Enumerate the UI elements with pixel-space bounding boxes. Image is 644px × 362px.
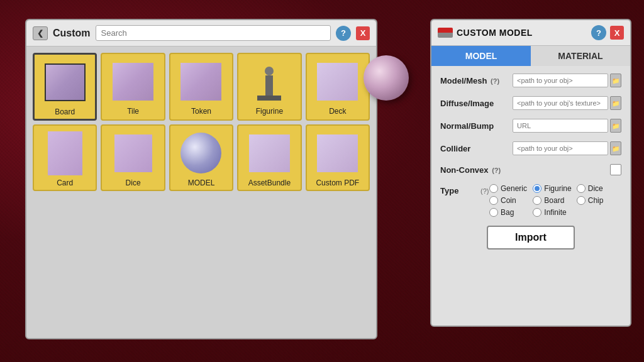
radio-board[interactable] bbox=[533, 196, 541, 205]
custom-panel-header: ❮ Custom ? X bbox=[26, 20, 376, 47]
model-mesh-browse-button[interactable]: 📁 bbox=[610, 74, 621, 87]
type-option-infinite[interactable]: Infinite bbox=[533, 208, 571, 217]
grid-item-figurine[interactable]: Figurine bbox=[237, 53, 301, 121]
model-label: MODEL bbox=[188, 178, 215, 187]
grid-item-deck[interactable]: Deck bbox=[306, 53, 370, 121]
type-option-dice[interactable]: Dice bbox=[577, 184, 615, 193]
type-option-board[interactable]: Board bbox=[533, 196, 571, 205]
custom-panel-close-button[interactable]: X bbox=[356, 26, 370, 40]
radio-infinite[interactable] bbox=[533, 208, 541, 217]
model-preview-sphere bbox=[364, 55, 409, 101]
assetbundle-shape bbox=[249, 134, 290, 172]
token-preview bbox=[174, 58, 228, 105]
diffuse-image-row: Diffuse/Image 📁 bbox=[440, 96, 621, 110]
dice-shape bbox=[114, 134, 152, 172]
model-panel-header: CUSTOM MODEL ? X bbox=[431, 20, 630, 46]
model-preview bbox=[174, 129, 228, 177]
custompdf-label: Custom PDF bbox=[316, 178, 359, 187]
import-button[interactable]: Import bbox=[487, 226, 575, 250]
custompdf-shape bbox=[317, 134, 358, 172]
grid-item-assetbundle[interactable]: AssetBundle bbox=[237, 124, 301, 191]
model-mesh-help: (?) bbox=[491, 77, 499, 85]
radio-bag[interactable] bbox=[489, 208, 498, 217]
diffuse-image-input[interactable] bbox=[513, 96, 608, 110]
model-mesh-row: Model/Mesh (?) 📁 bbox=[440, 74, 621, 87]
token-shape bbox=[180, 63, 221, 101]
type-option-chip[interactable]: Chip bbox=[577, 196, 615, 205]
back-button[interactable]: ❮ bbox=[33, 26, 48, 40]
assetbundle-label: AssetBundle bbox=[248, 178, 291, 187]
card-shape bbox=[48, 131, 82, 175]
type-option-bag[interactable]: Bag bbox=[489, 208, 528, 217]
radio-chip[interactable] bbox=[577, 196, 586, 205]
type-option-bag-label: Bag bbox=[501, 208, 514, 217]
deck-preview bbox=[311, 58, 364, 105]
radio-dice[interactable] bbox=[577, 184, 586, 193]
panel-title: Custom bbox=[53, 28, 91, 39]
board-shape bbox=[45, 63, 86, 101]
normal-bump-input[interactable] bbox=[513, 119, 608, 133]
card-preview bbox=[38, 129, 92, 177]
tab-model[interactable]: MODEL bbox=[431, 46, 531, 66]
figurine-shape-container bbox=[249, 63, 290, 101]
collider-input[interactable] bbox=[513, 141, 608, 155]
collider-row: Collider 📁 bbox=[440, 141, 621, 155]
model-panel-help-button[interactable]: ? bbox=[591, 25, 606, 40]
radio-generic[interactable] bbox=[489, 184, 498, 193]
token-label: Token bbox=[191, 107, 211, 116]
grid-item-custompdf[interactable]: Custom PDF bbox=[306, 124, 370, 191]
non-convex-label: Non-Convex (?) bbox=[440, 165, 610, 175]
custom-panel: ❮ Custom ? X Board Tile Token bbox=[25, 19, 377, 339]
diffuse-image-label: Diffuse/Image bbox=[440, 99, 513, 108]
model-body: Model/Mesh (?) 📁 Diffuse/Image 📁 Normal/… bbox=[431, 66, 630, 257]
grid-item-dice[interactable]: Dice bbox=[101, 124, 165, 191]
tile-shape bbox=[113, 63, 153, 101]
type-option-coin-label: Coin bbox=[501, 196, 516, 205]
normal-bump-row: Normal/Bump 📁 bbox=[440, 119, 621, 133]
board-label: Board bbox=[55, 107, 75, 116]
type-option-figurine[interactable]: Figurine bbox=[533, 184, 571, 193]
radio-coin[interactable] bbox=[489, 196, 498, 205]
model-sphere-shape bbox=[180, 133, 221, 173]
items-grid: Board Tile Token bbox=[26, 47, 376, 197]
type-label: Type bbox=[440, 186, 478, 195]
type-option-board-label: Board bbox=[544, 196, 564, 205]
card-label: Card bbox=[57, 178, 73, 187]
model-mesh-input[interactable] bbox=[513, 74, 608, 87]
deck-shape bbox=[317, 63, 358, 101]
type-option-generic[interactable]: Generic bbox=[489, 184, 528, 193]
non-convex-row: Non-Convex (?) bbox=[440, 164, 621, 175]
tile-preview bbox=[106, 58, 160, 105]
deck-label: Deck bbox=[329, 107, 346, 116]
diffuse-image-browse-button[interactable]: 📁 bbox=[610, 96, 621, 110]
model-panel: CUSTOM MODEL ? X MODEL MATERIAL Model/Me… bbox=[430, 19, 631, 327]
assetbundle-preview bbox=[243, 129, 296, 177]
model-panel-title: CUSTOM MODEL bbox=[457, 28, 587, 38]
tile-label: Tile bbox=[127, 107, 139, 116]
search-input[interactable] bbox=[96, 25, 331, 41]
non-convex-help: (?) bbox=[492, 167, 501, 174]
normal-bump-browse-button[interactable]: 📁 bbox=[610, 119, 621, 133]
non-convex-checkbox[interactable] bbox=[610, 164, 621, 175]
type-option-infinite-label: Infinite bbox=[544, 208, 566, 217]
type-option-coin[interactable]: Coin bbox=[489, 196, 528, 205]
dice-preview bbox=[106, 129, 160, 177]
figurine-label: Figurine bbox=[256, 107, 283, 116]
custompdf-preview bbox=[311, 129, 364, 177]
type-option-figurine-label: Figurine bbox=[544, 184, 571, 193]
model-panel-close-button[interactable]: X bbox=[610, 26, 624, 40]
grid-item-card[interactable]: Card bbox=[33, 124, 97, 191]
collider-label: Collider bbox=[440, 144, 513, 153]
grid-item-token[interactable]: Token bbox=[169, 53, 233, 121]
type-option-generic-label: Generic bbox=[501, 184, 527, 193]
grid-item-tile[interactable]: Tile bbox=[101, 53, 165, 121]
board-preview bbox=[38, 58, 92, 106]
type-section: Type (?) Generic Figurine bbox=[440, 184, 621, 217]
model-mesh-label: Model/Mesh (?) bbox=[440, 76, 513, 85]
tab-material[interactable]: MATERIAL bbox=[531, 46, 630, 66]
radio-figurine[interactable] bbox=[533, 184, 541, 193]
grid-item-model[interactable]: MODEL bbox=[169, 124, 233, 191]
collider-browse-button[interactable]: 📁 bbox=[610, 141, 621, 155]
custom-panel-help-button[interactable]: ? bbox=[336, 26, 351, 41]
grid-item-board[interactable]: Board bbox=[33, 53, 97, 121]
